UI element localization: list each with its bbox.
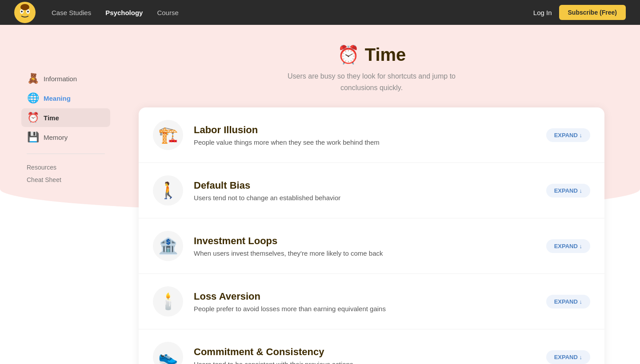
information-icon: 🧸: [27, 73, 39, 84]
commitment-icon: 👟: [153, 342, 183, 364]
page-title-icon: ⏰: [337, 44, 360, 65]
sidebar-nav-section: 🧸 Information 🌐 Meaning ⏰ Time 💾 Memory: [21, 69, 110, 146]
sidebar-item-information-label: Information: [44, 75, 77, 83]
loss-aversion-icon: 🕯️: [153, 286, 183, 317]
sidebar-divider: [27, 154, 105, 154]
navbar-left: Case Studies Psychology Course: [14, 2, 179, 23]
sidebar-item-memory[interactable]: 💾 Memory: [21, 128, 110, 146]
page-header: ⏰ Time Users are busy so they look for s…: [139, 36, 604, 107]
investment-loops-text: Investment Loops When users invest thems…: [194, 235, 536, 257]
sidebar-item-meaning-label: Meaning: [44, 95, 71, 102]
cards-list: 🏗️ Labor Illusion People value things mo…: [139, 107, 604, 364]
loss-aversion-text: Loss Aversion People prefer to avoid los…: [194, 291, 536, 313]
investment-loops-icon: 🏦: [153, 231, 183, 261]
investment-loops-desc: When users invest themselves, they're mo…: [194, 249, 536, 257]
navbar: Case Studies Psychology Course Log In Su…: [0, 0, 640, 25]
main-content: ⏰ Time Users are busy so they look for s…: [124, 25, 640, 364]
sidebar-resources[interactable]: Resources: [21, 161, 110, 174]
labor-illusion-desc: People value things more when they see t…: [194, 138, 536, 146]
default-bias-text: Default Bias Users tend not to change an…: [194, 180, 536, 202]
navbar-right: Log In Subscribe (Free): [533, 5, 626, 20]
sidebar-item-time-label: Time: [44, 114, 59, 122]
default-bias-desc: Users tend not to change an established …: [194, 194, 536, 202]
time-icon: ⏰: [27, 112, 39, 123]
labor-illusion-title: Labor Illusion: [194, 124, 536, 136]
meaning-icon: 🌐: [27, 92, 39, 104]
labor-illusion-text: Labor Illusion People value things more …: [194, 124, 536, 146]
nav-links: Case Studies Psychology Course: [52, 9, 179, 16]
commitment-desc: Users tend to be consistent with their p…: [194, 360, 536, 364]
page-title: Time: [365, 45, 406, 65]
default-bias-title: Default Bias: [194, 180, 536, 191]
subscribe-button[interactable]: Subscribe (Free): [559, 5, 626, 20]
commitment-title: Commitment & Consistency: [194, 346, 536, 358]
sidebar-item-time[interactable]: ⏰ Time: [21, 108, 110, 127]
labor-illusion-expand[interactable]: EXPAND ↓: [546, 128, 590, 142]
default-bias-expand[interactable]: EXPAND ↓: [546, 184, 590, 198]
sidebar-item-memory-label: Memory: [44, 134, 68, 141]
navbar-logo[interactable]: [14, 2, 36, 23]
page-title-row: ⏰ Time: [139, 44, 604, 65]
sidebar-item-meaning[interactable]: 🌐 Meaning: [21, 89, 110, 107]
login-button[interactable]: Log In: [533, 9, 552, 16]
svg-point-5: [20, 4, 29, 10]
page-subtitle: Users are busy so they look for shortcut…: [139, 71, 604, 93]
svg-point-4: [27, 11, 29, 12]
loss-aversion-expand[interactable]: EXPAND ↓: [546, 295, 590, 309]
svg-point-3: [21, 11, 23, 12]
page-wrapper: 🧸 Information 🌐 Meaning ⏰ Time 💾 Memory …: [0, 25, 640, 364]
loss-aversion-title: Loss Aversion: [194, 291, 536, 302]
card-commitment-consistency: 👟 Commitment & Consistency Users tend to…: [139, 329, 604, 364]
logo-icon: [14, 2, 36, 23]
default-bias-icon: 🚶: [153, 175, 183, 206]
memory-icon: 💾: [27, 131, 39, 143]
investment-loops-expand[interactable]: EXPAND ↓: [546, 239, 590, 253]
loss-aversion-desc: People prefer to avoid losses more than …: [194, 305, 536, 313]
card-investment-loops: 🏦 Investment Loops When users invest the…: [139, 218, 604, 274]
nav-case-studies[interactable]: Case Studies: [52, 9, 91, 16]
labor-illusion-icon: 🏗️: [153, 120, 183, 150]
sidebar: 🧸 Information 🌐 Meaning ⏰ Time 💾 Memory …: [0, 25, 124, 364]
card-default-bias: 🚶 Default Bias Users tend not to change …: [139, 163, 604, 218]
commitment-text: Commitment & Consistency Users tend to b…: [194, 346, 536, 364]
card-loss-aversion: 🕯️ Loss Aversion People prefer to avoid …: [139, 274, 604, 329]
card-labor-illusion: 🏗️ Labor Illusion People value things mo…: [139, 107, 604, 163]
nav-psychology[interactable]: Psychology: [105, 9, 143, 16]
sidebar-item-information[interactable]: 🧸 Information: [21, 69, 110, 88]
nav-course[interactable]: Course: [157, 9, 178, 16]
commitment-expand[interactable]: EXPAND ↓: [546, 350, 590, 364]
sidebar-cheat-sheet[interactable]: Cheat Sheet: [21, 174, 110, 186]
investment-loops-title: Investment Loops: [194, 235, 536, 247]
